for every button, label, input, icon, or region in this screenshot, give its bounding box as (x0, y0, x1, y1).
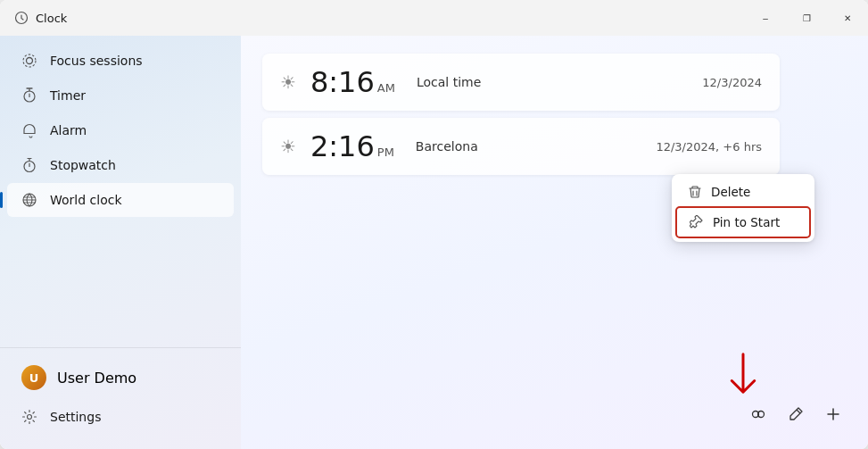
red-arrow (712, 342, 775, 405)
barcelona-label: Barcelona (416, 139, 478, 154)
plus-icon (825, 406, 841, 422)
barcelona-card: ☀ 2:16 PM Barcelona 12/3/2024, +6 hrs (262, 118, 780, 175)
local-label: Local time (417, 75, 481, 89)
settings-label: Settings (50, 410, 101, 424)
alarm-label: Alarm (50, 123, 87, 137)
titlebar-controls: – ❐ ✕ (745, 0, 868, 36)
local-ampm: AM (377, 81, 395, 95)
pin-label: Pin to Start (713, 215, 780, 229)
delete-menu-item[interactable]: Delete (675, 178, 811, 206)
sidebar-nav: Focus sessions Timer (0, 43, 241, 344)
gear-icon (21, 409, 37, 425)
svg-point-2 (23, 54, 36, 67)
barcelona-time-display: 2:16 PM (310, 132, 394, 161)
svg-point-6 (28, 415, 32, 420)
worldclock-label: World clock (50, 193, 122, 207)
minimize-button[interactable]: – (745, 0, 786, 36)
sun-icon-local: ☀ (280, 71, 296, 93)
clock-icon (14, 11, 29, 25)
pin-icon (690, 215, 704, 229)
window-title: Clock (36, 12, 67, 25)
trash-icon (688, 185, 702, 199)
sidebar-item-worldclock[interactable]: World clock (7, 183, 234, 217)
sidebar-item-timer[interactable]: Timer (7, 79, 234, 112)
user-item[interactable]: U User Demo (7, 356, 234, 399)
stopwatch-label: Stopwatch (50, 158, 116, 172)
titlebar-left: Clock (14, 11, 67, 25)
sidebar-item-focus[interactable]: Focus sessions (7, 44, 234, 78)
alarm-icon (21, 122, 37, 138)
sun-icon-barcelona: ☀ (280, 136, 296, 157)
barcelona-date: 12/3/2024, +6 hrs (656, 140, 762, 154)
clock-cards: ☀ 8:16 AM Local time 12/3/2024 ☀ 2:16 PM (262, 54, 780, 175)
barcelona-ampm: PM (377, 146, 394, 159)
manage-button[interactable] (741, 397, 775, 431)
main-layout: Focus sessions Timer (0, 36, 868, 449)
focus-label: Focus sessions (50, 54, 143, 68)
local-hour: 8:16 (310, 68, 375, 96)
sidebar-item-alarm[interactable]: Alarm (7, 113, 234, 147)
bottom-toolbar (741, 397, 850, 431)
close-button[interactable]: ✕ (827, 0, 868, 36)
sidebar-bottom: U User Demo Settings (0, 347, 241, 442)
user-label: User Demo (57, 370, 136, 387)
local-date: 12/3/2024 (702, 76, 762, 89)
timer-icon (21, 87, 37, 104)
svg-point-1 (27, 58, 33, 64)
local-time-display: 8:16 AM (310, 68, 395, 96)
maximize-button[interactable]: ❐ (786, 0, 827, 36)
focus-icon (21, 53, 37, 69)
delete-label: Delete (711, 185, 750, 199)
sidebar-item-settings[interactable]: Settings (7, 400, 234, 434)
timer-label: Timer (50, 88, 86, 103)
window: Clock – ❐ ✕ Focus sessions (0, 0, 868, 449)
pin-menu-item[interactable]: Pin to Start (675, 206, 811, 238)
edit-button[interactable] (779, 397, 813, 431)
content: ☀ 8:16 AM Local time 12/3/2024 ☀ 2:16 PM (241, 36, 868, 449)
globe-icon (21, 192, 37, 208)
pencil-icon (788, 406, 804, 422)
context-menu: Delete Pin to Start (672, 174, 814, 242)
add-button[interactable] (816, 397, 850, 431)
sidebar: Focus sessions Timer (0, 36, 241, 449)
titlebar: Clock – ❐ ✕ (0, 0, 868, 36)
stopwatch-icon (21, 157, 37, 173)
manage-icon (749, 405, 767, 423)
sidebar-item-stopwatch[interactable]: Stopwatch (7, 148, 234, 182)
barcelona-hour: 2:16 (310, 132, 375, 161)
local-time-card: ☀ 8:16 AM Local time 12/3/2024 (262, 54, 780, 111)
avatar: U (21, 365, 46, 390)
